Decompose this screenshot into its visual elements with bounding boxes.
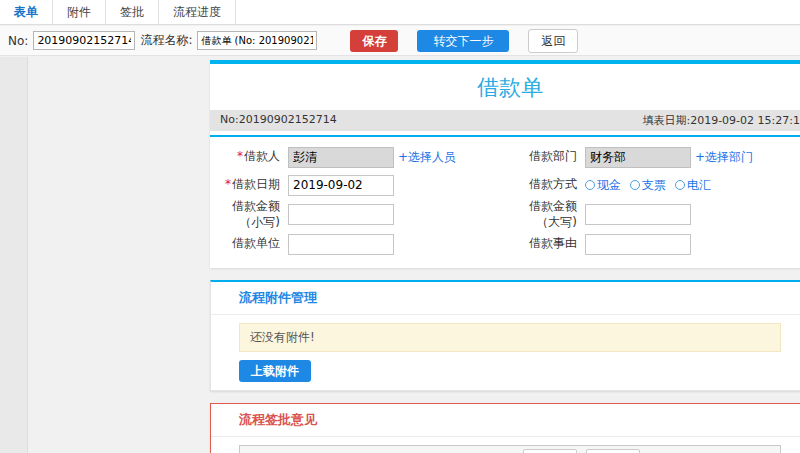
borrower-input[interactable] bbox=[288, 147, 394, 168]
amount-upper-input[interactable] bbox=[585, 204, 691, 225]
attachment-section: 流程附件管理 还没有附件! 上载附件 bbox=[210, 280, 800, 391]
loan-date-label: *借款日期 bbox=[210, 177, 288, 193]
process-name-input[interactable] bbox=[197, 31, 317, 50]
loan-unit-input[interactable] bbox=[288, 234, 394, 255]
upload-attachment-button[interactable]: 上载附件 bbox=[239, 360, 311, 382]
loan-unit-label: 借款单位 bbox=[210, 236, 288, 252]
radio-icon bbox=[630, 180, 640, 190]
no-input[interactable] bbox=[33, 31, 135, 50]
method-option-cheque[interactable]: 支票 bbox=[630, 177, 666, 194]
save-button[interactable]: 保存 bbox=[350, 30, 398, 52]
tab-attachments[interactable]: 附件 bbox=[53, 0, 106, 24]
attachment-section-title: 流程附件管理 bbox=[211, 282, 800, 315]
radio-icon bbox=[585, 180, 595, 190]
left-gutter bbox=[0, 57, 28, 453]
loan-form-card: 借款单 No:20190902152714 填表日期:2019-09-02 15… bbox=[210, 60, 800, 268]
loan-method-field: 借款方式 现金 支票 电汇 bbox=[507, 171, 800, 199]
method-option-cheque-label: 支票 bbox=[642, 177, 666, 194]
tab-approval[interactable]: 签批 bbox=[106, 0, 159, 24]
approval-section: 流程签批意见 B I abc ✎ ⊚ ⚑ ≣ ≡ ⇤ ⇥ — ” 样式▾ 格式▾ bbox=[210, 403, 800, 453]
department-label: 借款部门 bbox=[507, 149, 585, 165]
loan-date-input[interactable] bbox=[288, 175, 394, 196]
department-input[interactable] bbox=[585, 147, 691, 168]
rich-text-editor: B I abc ✎ ⊚ ⚑ ≣ ≡ ⇤ ⇥ — ” 样式▾ 格式▾ bbox=[239, 445, 781, 453]
select-person-link[interactable]: +选择人员 bbox=[398, 149, 456, 166]
no-label: No: bbox=[8, 34, 28, 48]
radio-icon bbox=[675, 180, 685, 190]
loan-reason-label: 借款事由 bbox=[507, 236, 585, 252]
amount-upper-field: 借款金额（大写) bbox=[507, 199, 800, 230]
form-grid: *借款人 +选择人员 借款部门 +选择部门 *借款日期 借款方式 现金 支票 电… bbox=[210, 137, 800, 268]
tab-form[interactable]: 表单 bbox=[0, 0, 53, 24]
required-mark: * bbox=[225, 177, 231, 191]
tab-bar: 表单 附件 签批 流程进度 bbox=[0, 0, 800, 25]
borrower-label: *借款人 bbox=[210, 149, 288, 165]
page-title: 借款单 bbox=[210, 64, 800, 110]
approval-section-title: 流程签批意见 bbox=[211, 404, 800, 437]
loan-date-label-text: 借款日期 bbox=[232, 177, 280, 191]
back-button[interactable]: 返回 bbox=[528, 29, 578, 53]
format-dropdown[interactable]: 格式▾ bbox=[586, 449, 640, 453]
borrower-label-text: 借款人 bbox=[244, 149, 280, 163]
select-department-link[interactable]: +选择部门 bbox=[695, 149, 753, 166]
loan-date-field: *借款日期 bbox=[210, 171, 507, 199]
loan-method-options: 现金 支票 电汇 bbox=[585, 177, 711, 194]
loan-reason-input[interactable] bbox=[585, 234, 691, 255]
loan-reason-field: 借款事由 bbox=[507, 230, 800, 258]
amount-lower-field: 借款金额（小写) bbox=[210, 199, 507, 230]
method-option-wire-transfer[interactable]: 电汇 bbox=[675, 177, 711, 194]
main-panel: 借款单 No:20190902152714 填表日期:2019-09-02 15… bbox=[210, 60, 800, 453]
method-option-cash-label: 现金 bbox=[597, 177, 621, 194]
borrower-field: *借款人 +选择人员 bbox=[210, 143, 507, 171]
editor-toolbar: B I abc ✎ ⊚ ⚑ ≣ ≡ ⇤ ⇥ — ” 样式▾ 格式▾ bbox=[240, 446, 780, 453]
no-attachment-notice: 还没有附件! bbox=[239, 323, 781, 352]
department-field: 借款部门 +选择部门 bbox=[507, 143, 800, 171]
form-meta-bar: No:20190902152714 填表日期:2019-09-02 15:27:… bbox=[210, 110, 800, 131]
tab-process-progress[interactable]: 流程进度 bbox=[159, 0, 236, 24]
loan-method-label: 借款方式 bbox=[507, 177, 585, 193]
form-date-text: 填表日期:2019-09-02 15:27:1 bbox=[642, 113, 800, 128]
forward-next-step-button[interactable]: 转交下一步 bbox=[417, 30, 509, 52]
style-dropdown[interactable]: 样式▾ bbox=[523, 449, 577, 453]
toolbar: No: 流程名称: 保存 转交下一步 返回 bbox=[0, 26, 800, 56]
method-option-wire-transfer-label: 电汇 bbox=[687, 177, 711, 194]
required-mark: * bbox=[237, 149, 243, 163]
amount-lower-label: 借款金额（小写) bbox=[210, 199, 288, 230]
amount-upper-label: 借款金额（大写) bbox=[507, 199, 585, 230]
amount-lower-input[interactable] bbox=[288, 204, 394, 225]
method-option-cash[interactable]: 现金 bbox=[585, 177, 621, 194]
process-name-label: 流程名称: bbox=[140, 32, 192, 49]
form-number-text: No:20190902152714 bbox=[220, 113, 337, 128]
loan-unit-field: 借款单位 bbox=[210, 230, 507, 258]
